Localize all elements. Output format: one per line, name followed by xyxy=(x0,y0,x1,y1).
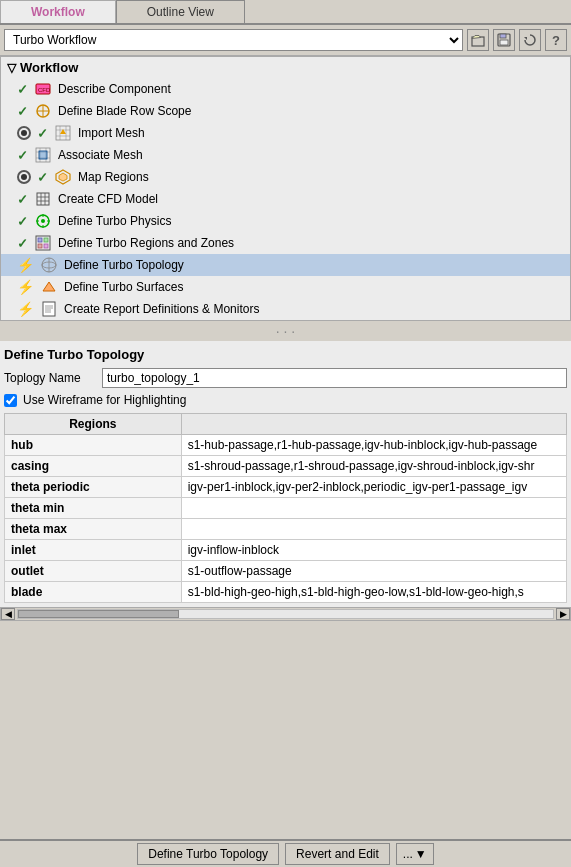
svg-point-30 xyxy=(41,219,45,223)
workflow-item-define-blade-row-scope[interactable]: ✓ Define Blade Row Scope xyxy=(1,100,570,122)
tab-workflow[interactable]: Workflow xyxy=(0,0,116,23)
scrollbar-thumb[interactable] xyxy=(18,610,179,618)
topology-name-label: Toplogy Name xyxy=(4,371,94,385)
item-label: Define Turbo Topology xyxy=(64,258,184,272)
revert-and-edit-button[interactable]: Revert and Edit xyxy=(285,843,390,865)
workflow-item-create-cfd-model[interactable]: ✓ Create CFD Model xyxy=(1,188,570,210)
svg-rect-3 xyxy=(500,40,508,45)
table-row[interactable]: theta periodic igv-per1-inblock,igv-per2… xyxy=(5,477,567,498)
wireframe-checkbox[interactable] xyxy=(4,394,17,407)
item-label: Describe Component xyxy=(58,82,171,96)
workflow-header[interactable]: ▽ Workflow xyxy=(1,57,570,78)
region-cell: theta periodic xyxy=(5,477,182,498)
svg-text:CFD: CFD xyxy=(38,87,51,93)
lightning-icon: ⚡ xyxy=(17,257,34,273)
refresh-button[interactable] xyxy=(519,29,541,51)
svg-rect-38 xyxy=(38,244,42,248)
workflow-item-describe-component[interactable]: ✓ CFD Describe Component xyxy=(1,78,570,100)
value-cell: s1-bld-high-geo-high,s1-bld-high-geo-low… xyxy=(181,582,566,603)
collapse-dots: · · · xyxy=(0,321,571,341)
lightning-icon: ⚡ xyxy=(17,301,34,317)
item-label: Define Turbo Physics xyxy=(58,214,171,228)
workflow-item-associate-mesh[interactable]: ✓ Associate Mesh xyxy=(1,144,570,166)
table-row[interactable]: outlet s1-outflow-passage xyxy=(5,561,567,582)
scroll-left-button[interactable]: ◀ xyxy=(1,608,15,620)
workflow-title: Workflow xyxy=(20,60,78,75)
workflow-item-create-report-definitions[interactable]: ⚡ Create Report Definitions & Monitors xyxy=(1,298,570,320)
topology-name-input[interactable] xyxy=(102,368,567,388)
svg-marker-23 xyxy=(59,173,67,181)
check-icon: ✓ xyxy=(17,148,28,163)
region-cell: inlet xyxy=(5,540,182,561)
collapse-icon: ▽ xyxy=(7,61,16,75)
workflow-select[interactable]: Turbo Workflow xyxy=(4,29,463,51)
wireframe-row: Use Wireframe for Highlighting xyxy=(4,393,567,407)
item-label: Create CFD Model xyxy=(58,192,158,206)
value-cell: igv-inflow-inblock xyxy=(181,540,566,561)
table-row[interactable]: blade s1-bld-high-geo-high,s1-bld-high-g… xyxy=(5,582,567,603)
wireframe-label: Use Wireframe for Highlighting xyxy=(23,393,186,407)
table-row[interactable]: inlet igv-inflow-inblock xyxy=(5,540,567,561)
region-cell: blade xyxy=(5,582,182,603)
svg-rect-39 xyxy=(44,244,48,248)
table-row[interactable]: hub s1-hub-passage,r1-hub-passage,igv-hu… xyxy=(5,435,567,456)
svg-rect-21 xyxy=(39,151,47,159)
value-cell: s1-shroud-passage,r1-shroud-passage,igv-… xyxy=(181,456,566,477)
workflow-item-define-turbo-regions-zones[interactable]: ✓ Define Turbo Regions and Zones xyxy=(1,232,570,254)
table-row[interactable]: casing s1-shroud-passage,r1-shroud-passa… xyxy=(5,456,567,477)
tab-outline-view[interactable]: Outline View xyxy=(116,0,245,23)
check-icon: ✓ xyxy=(17,192,28,207)
define-title: Define Turbo Topology xyxy=(4,347,567,362)
save-button[interactable] xyxy=(493,29,515,51)
workflow-item-define-turbo-topology[interactable]: ⚡ Define Turbo Topology xyxy=(1,254,570,276)
svg-rect-24 xyxy=(37,193,49,205)
bottom-bar: Define Turbo Topology Revert and Edit ..… xyxy=(0,839,571,867)
check-icon: ✓ xyxy=(17,214,28,229)
workflow-item-map-regions[interactable]: ✓ Map Regions xyxy=(1,166,570,188)
item-label: Associate Mesh xyxy=(58,148,143,162)
item-label: Map Regions xyxy=(78,170,149,184)
radio-button-icon xyxy=(17,170,31,184)
workflow-item-define-turbo-surfaces[interactable]: ⚡ Define Turbo Surfaces xyxy=(1,276,570,298)
workflow-item-import-mesh[interactable]: ✓ Import Mesh xyxy=(1,122,570,144)
table-row[interactable]: theta min xyxy=(5,498,567,519)
check-icon: ✓ xyxy=(17,104,28,119)
more-options-button[interactable]: ... ▼ xyxy=(396,843,434,865)
regions-table-container: Regions hub s1-hub-passage,r1-hub-passag… xyxy=(4,413,567,603)
define-turbo-topology-button[interactable]: Define Turbo Topology xyxy=(137,843,279,865)
radio-button-icon xyxy=(17,126,31,140)
scroll-right-button[interactable]: ▶ xyxy=(556,608,570,620)
blade-row-icon xyxy=(34,102,52,120)
turbo-physics-icon xyxy=(34,212,52,230)
dropdown-arrow-icon: ▼ xyxy=(415,847,427,861)
toolbar: Turbo Workflow ? xyxy=(0,25,571,56)
value-cell xyxy=(181,519,566,540)
regions-table: Regions hub s1-hub-passage,r1-hub-passag… xyxy=(4,413,567,603)
region-cell: theta min xyxy=(5,498,182,519)
surfaces-icon xyxy=(40,278,58,296)
svg-marker-4 xyxy=(524,37,527,40)
region-cell: hub xyxy=(5,435,182,456)
svg-rect-36 xyxy=(38,238,42,242)
table-row[interactable]: theta max xyxy=(5,519,567,540)
svg-rect-37 xyxy=(44,238,48,242)
open-button[interactable] xyxy=(467,29,489,51)
topology-icon xyxy=(40,256,58,274)
item-label: Import Mesh xyxy=(78,126,145,140)
help-button[interactable]: ? xyxy=(545,29,567,51)
more-options-label: ... xyxy=(403,847,413,861)
item-label: Define Blade Row Scope xyxy=(58,104,191,118)
workflow-item-define-turbo-physics[interactable]: ✓ Define Turbo Physics xyxy=(1,210,570,232)
check-icon: ✓ xyxy=(37,170,48,185)
scrollbar-track[interactable] xyxy=(17,609,554,619)
svg-rect-43 xyxy=(43,302,55,316)
import-mesh-icon xyxy=(54,124,72,142)
value-cell: s1-outflow-passage xyxy=(181,561,566,582)
horizontal-scrollbar[interactable]: ◀ ▶ xyxy=(0,607,571,621)
value-cell: igv-per1-inblock,igv-per2-inblock,period… xyxy=(181,477,566,498)
topology-name-row: Toplogy Name xyxy=(4,368,567,388)
svg-rect-2 xyxy=(500,34,506,38)
regions-zones-icon xyxy=(34,234,52,252)
workflow-panel: ▽ Workflow ✓ CFD Describe Component ✓ De… xyxy=(0,56,571,321)
col-regions-header: Regions xyxy=(5,414,182,435)
